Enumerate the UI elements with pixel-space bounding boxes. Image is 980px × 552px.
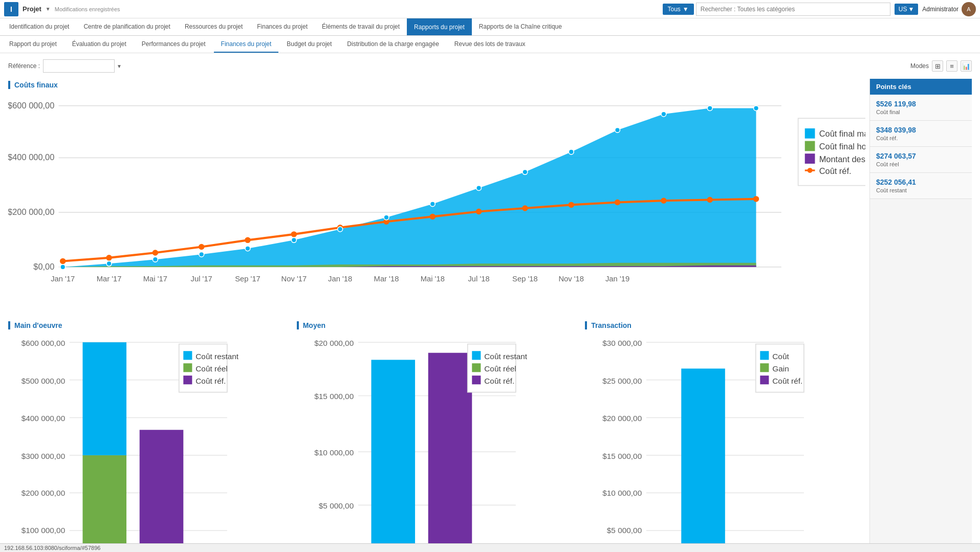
side-panel-cout-restant: $252 056,41 Coût restant: [870, 173, 972, 199]
filter-button[interactable]: Tous ▼: [663, 4, 694, 15]
charts-area: Coûts finaux $600 000,00 $400 000,00 $20…: [8, 79, 869, 552]
search-input[interactable]: [696, 3, 890, 16]
svg-point-64: [808, 168, 813, 173]
svg-point-26: [753, 196, 759, 202]
svg-rect-130: [760, 363, 769, 372]
locale-chevron-icon: ▼: [908, 6, 914, 13]
svg-point-28: [106, 261, 112, 266]
svg-text:Mai '17: Mai '17: [143, 275, 167, 283]
svg-text:Jan '19: Jan '19: [605, 275, 629, 283]
main-doeuvre-title: Main d'oeuvre: [8, 321, 289, 329]
subnav-evaluation[interactable]: Évaluation du projet: [65, 36, 134, 53]
svg-rect-80: [82, 455, 126, 552]
subnav-rapport-projet[interactable]: Rapport du projet: [2, 36, 64, 53]
svg-point-19: [430, 214, 435, 219]
svg-point-39: [615, 127, 620, 133]
project-chevron-icon[interactable]: ▼: [46, 6, 51, 12]
svg-point-22: [568, 202, 574, 208]
svg-text:Nov '17: Nov '17: [281, 275, 307, 283]
svg-text:$100 000,00: $100 000,00: [21, 526, 66, 535]
svg-rect-85: [183, 351, 192, 360]
svg-point-13: [153, 250, 158, 255]
svg-point-36: [476, 186, 482, 191]
nav-finances[interactable]: Finances du projet: [250, 18, 315, 35]
subnav-finances[interactable]: Finances du projet: [214, 36, 279, 53]
svg-text:$600 000,00: $600 000,00: [8, 101, 54, 110]
subnav-lots-travaux[interactable]: Revue des lots de travaux: [447, 36, 533, 53]
svg-text:Jul '17: Jul '17: [191, 275, 212, 283]
svg-rect-87: [183, 363, 192, 372]
side-panel-cout-final-value: $526 119,98: [876, 100, 966, 108]
svg-text:Sep '18: Sep '18: [512, 275, 538, 283]
svg-text:Sep '17: Sep '17: [235, 275, 260, 283]
svg-point-37: [522, 169, 528, 174]
modes-label: Modes: [910, 62, 929, 70]
svg-rect-105: [472, 351, 481, 360]
nav-elements-travail[interactable]: Éléments de travail du projet: [315, 18, 407, 35]
search-area: Tous ▼: [663, 3, 890, 16]
svg-point-42: [754, 106, 759, 111]
charts-and-panel: Coûts finaux $600 000,00 $400 000,00 $20…: [8, 79, 972, 552]
svg-rect-59: [805, 141, 815, 151]
svg-point-40: [661, 112, 666, 117]
transaction-title: Transaction: [585, 321, 865, 329]
svg-point-21: [522, 205, 528, 211]
svg-rect-56: [798, 118, 865, 185]
svg-text:$20 000,00: $20 000,00: [314, 338, 354, 347]
bar-charts-row: Main d'oeuvre $600 000,00 $500 000,00 $4…: [8, 315, 865, 552]
user-area: Administrator A: [922, 2, 976, 16]
svg-text:Coût réel: Coût réel: [484, 364, 516, 372]
svg-text:Jan '17: Jan '17: [51, 275, 75, 283]
nav-rapports-chaine[interactable]: Rapports de la Chaîne critique: [472, 18, 569, 35]
nav-ressources[interactable]: Ressources du projet: [178, 18, 250, 35]
locale-button[interactable]: US ▼: [895, 4, 919, 15]
side-panel-cout-reel-value: $274 063,57: [876, 152, 966, 160]
svg-text:Gain: Gain: [773, 364, 790, 372]
reference-select[interactable]: [43, 59, 115, 73]
subnav-performances[interactable]: Performances du projet: [135, 36, 213, 53]
svg-rect-57: [805, 128, 815, 139]
side-panel-cout-final: $526 119,98 Coût final: [870, 95, 972, 121]
svg-rect-89: [183, 376, 192, 384]
svg-rect-81: [82, 342, 126, 455]
svg-text:Coût réel: Coût réel: [195, 364, 227, 372]
transaction-section: Transaction $30 000,00 $25 000,00 $20 00…: [585, 319, 865, 552]
side-panel-cout-ref: $348 039,98 Coût réf.: [870, 121, 972, 147]
svg-point-23: [615, 200, 620, 205]
svg-point-24: [661, 197, 666, 203]
side-panel-cout-final-label: Coût final: [876, 109, 966, 115]
mode-icon-chart[interactable]: 📊: [961, 60, 972, 72]
svg-rect-128: [760, 351, 769, 360]
side-panel-header: Points clés: [870, 79, 972, 95]
svg-text:Jan '18: Jan '18: [328, 275, 352, 283]
app-logo: I: [4, 2, 18, 16]
svg-text:Coût réf.: Coût réf.: [195, 376, 226, 385]
svg-text:$500 000,00: $500 000,00: [21, 376, 66, 385]
nav-rapports-projet[interactable]: Rapports du projet: [407, 18, 472, 35]
filter-label: Tous: [668, 6, 681, 13]
mode-icon-grid[interactable]: ⊞: [932, 60, 943, 72]
mode-icon-list[interactable]: ≡: [946, 60, 957, 72]
svg-text:Mar '18: Mar '18: [374, 275, 399, 283]
svg-point-34: [384, 215, 389, 220]
svg-text:Coût final hors main d'oeuvre: Coût final hors main d'oeuvre: [819, 142, 865, 151]
ref-label: Référence :: [8, 62, 40, 70]
svg-text:$30 000,00: $30 000,00: [603, 338, 642, 347]
project-title: Projet: [23, 5, 41, 13]
svg-text:Mar '17: Mar '17: [97, 275, 122, 283]
subnav-distribution[interactable]: Distribution de la charge engagée: [340, 36, 446, 53]
svg-point-33: [338, 227, 343, 232]
status-url: 192.168.56.103:8080/sciforma/#57896: [4, 545, 100, 551]
side-panel: Points clés $526 119,98 Coût final $348 …: [869, 79, 972, 552]
moyen-chart: $20 000,00 $15 000,00 $10 000,00 $5 000,…: [297, 334, 577, 552]
svg-point-20: [476, 209, 482, 214]
transaction-chart: $30 000,00 $25 000,00 $20 000,00 $15 000…: [585, 334, 865, 552]
svg-text:$5 000,00: $5 000,00: [607, 526, 642, 535]
subnav-budget[interactable]: Budget du projet: [279, 36, 339, 53]
svg-point-14: [199, 244, 204, 250]
nav-centre-planification[interactable]: Centre de planification du projet: [76, 18, 177, 35]
nav-identification[interactable]: Identification du projet: [2, 18, 76, 35]
svg-rect-102: [428, 352, 472, 552]
svg-text:$0,00: $0,00: [33, 262, 54, 271]
reference-row: Référence : ▼ Modes ⊞ ≡ 📊: [8, 59, 972, 73]
